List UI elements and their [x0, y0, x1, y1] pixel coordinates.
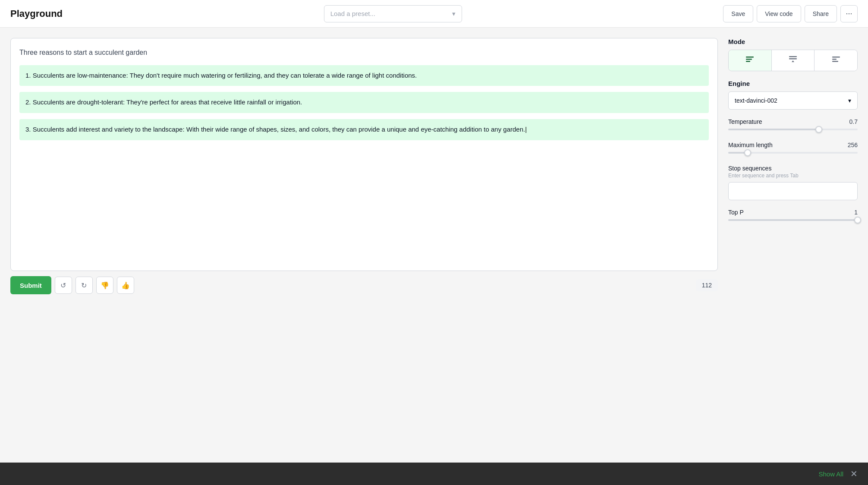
preset-dropdown[interactable]: Load a preset... ▾	[324, 5, 462, 22]
share-button[interactable]: Share	[805, 5, 837, 22]
toolbar: Submit ↺ ↻ 👎 👍 112	[10, 271, 718, 294]
mode-edit-button[interactable]	[815, 50, 857, 71]
right-panel: Mode	[728, 38, 858, 452]
mode-section: Mode	[728, 38, 858, 71]
insert-mode-icon	[788, 55, 798, 66]
top-p-thumb[interactable]	[854, 217, 861, 224]
thumbs-up-icon: 👍	[121, 281, 130, 290]
page-title: Playground	[10, 8, 63, 19]
svg-rect-1	[746, 59, 752, 60]
temperature-label: Temperature	[728, 118, 762, 125]
redo-icon: ↻	[81, 281, 87, 290]
mode-buttons	[728, 50, 858, 71]
redo-button[interactable]: ↻	[75, 277, 93, 294]
max-length-track[interactable]	[728, 152, 858, 154]
mode-label: Mode	[728, 38, 858, 45]
temperature-row: Temperature 0.7	[728, 118, 858, 125]
engine-section: Engine text-davinci-002 ▾	[728, 80, 858, 110]
max-length-section: Maximum length 256	[728, 142, 858, 156]
top-p-label: Top P	[728, 209, 744, 216]
preset-placeholder: Load a preset...	[330, 10, 375, 17]
temperature-thumb[interactable]	[815, 126, 822, 133]
svg-rect-0	[746, 57, 754, 58]
show-all-button[interactable]: Show All	[818, 470, 843, 478]
submit-button[interactable]: Submit	[10, 276, 51, 294]
svg-rect-3	[789, 56, 797, 57]
svg-rect-4	[789, 58, 797, 60]
max-length-value: 256	[848, 142, 858, 148]
temperature-section: Temperature 0.7	[728, 118, 858, 133]
main: Three reasons to start a succulent garde…	[0, 28, 868, 463]
response-block-2: 2. Succulents are drought-tolerant: They…	[19, 92, 709, 113]
header-center: Load a preset... ▾	[324, 5, 462, 22]
like-button[interactable]: 👍	[117, 277, 134, 294]
response-text-1: 1. Succulents are low-maintenance: They …	[25, 72, 417, 79]
more-button[interactable]: ···	[840, 5, 858, 22]
top-p-fill	[728, 219, 858, 221]
edit-mode-icon	[831, 56, 841, 66]
header: Playground Load a preset... ▾ Save View …	[0, 0, 868, 28]
temperature-value: 0.7	[849, 118, 858, 125]
stop-sequences-hint: Enter sequence and press Tab	[728, 173, 858, 179]
max-length-row: Maximum length 256	[728, 142, 858, 148]
response-text-2: 2. Succulents are drought-tolerant: They…	[25, 98, 302, 106]
engine-chevron-icon: ▾	[848, 97, 851, 104]
svg-rect-8	[832, 61, 838, 62]
svg-rect-2	[746, 61, 750, 62]
header-buttons: Save View code Share ···	[723, 5, 858, 22]
save-button[interactable]: Save	[723, 5, 753, 22]
response-block-3: 3. Succulents add interest and variety t…	[19, 119, 709, 140]
mode-insert-button[interactable]	[772, 50, 815, 71]
close-button[interactable]: ✕	[850, 469, 858, 479]
undo-icon: ↺	[60, 281, 66, 290]
top-p-value: 1	[854, 209, 858, 216]
temperature-fill	[728, 129, 819, 130]
top-p-track[interactable]	[728, 219, 858, 221]
view-code-button[interactable]: View code	[757, 5, 801, 22]
response-block-1: 1. Succulents are low-maintenance: They …	[19, 65, 709, 86]
svg-marker-5	[792, 60, 794, 62]
chevron-down-icon: ▾	[452, 10, 456, 18]
token-count: 112	[696, 279, 718, 291]
svg-rect-7	[832, 59, 837, 60]
top-p-section: Top P 1	[728, 209, 858, 224]
thumbs-down-icon: 👎	[101, 281, 109, 290]
stop-sequences-input[interactable]	[728, 182, 858, 200]
complete-mode-icon	[745, 56, 755, 66]
stop-sequences-label: Stop sequences	[728, 165, 858, 172]
max-length-thumb[interactable]	[744, 149, 751, 156]
response-text-3: 3. Succulents add interest and variety t…	[25, 126, 527, 133]
prompt-text: Three reasons to start a succulent garde…	[19, 47, 709, 58]
undo-button[interactable]: ↺	[55, 277, 72, 294]
stop-sequences-section: Stop sequences Enter sequence and press …	[728, 165, 858, 200]
editor-section: Three reasons to start a succulent garde…	[10, 38, 718, 452]
dislike-button[interactable]: 👎	[96, 277, 113, 294]
engine-value: text-davinci-002	[735, 97, 777, 104]
bottom-bar: Show All ✕	[0, 463, 868, 485]
top-p-row: Top P 1	[728, 209, 858, 216]
mode-complete-button[interactable]	[729, 50, 772, 71]
temperature-track[interactable]	[728, 129, 858, 130]
engine-label: Engine	[728, 80, 858, 87]
engine-select[interactable]: text-davinci-002 ▾	[728, 91, 858, 110]
max-length-label: Maximum length	[728, 142, 773, 148]
svg-rect-6	[832, 57, 840, 58]
editor-wrapper[interactable]: Three reasons to start a succulent garde…	[10, 38, 718, 271]
